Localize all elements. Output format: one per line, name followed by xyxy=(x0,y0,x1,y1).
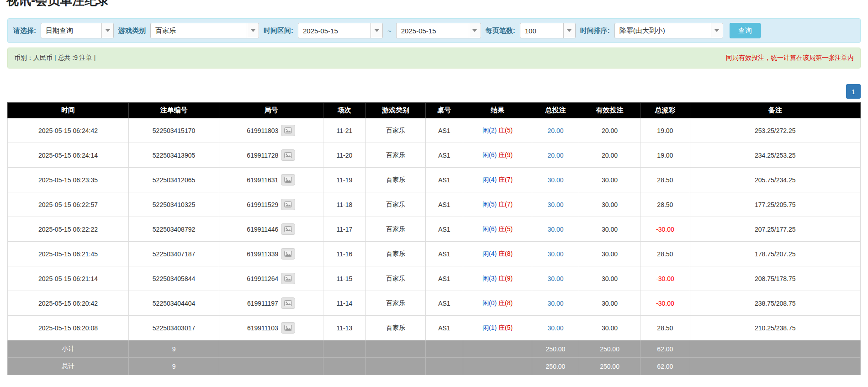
cell-remark: 253.25/272.25 xyxy=(690,118,860,143)
filter-bar: 请选择: 日期查询 游戏类别 百家乐 时间区间: 2025-05-15 ~ 20… xyxy=(7,18,861,43)
game-type-select[interactable]: 百家乐 xyxy=(150,23,259,38)
table-row: 2025-05-15 06:21:45 522503407187 6199113… xyxy=(8,242,861,266)
cell-time: 2025-05-15 06:20:42 xyxy=(8,291,129,316)
time-sort-select[interactable]: 降幂(由大到小) xyxy=(614,23,723,38)
total-bet-link[interactable]: 30.00 xyxy=(547,250,563,258)
cell-payout: 28.50 xyxy=(640,168,690,192)
cell-game: 百家乐 xyxy=(366,291,426,316)
cell-bet-id: 522503407187 xyxy=(129,242,219,266)
result-player: 闲(5) xyxy=(482,201,497,208)
column-header-game: 游戏类别 xyxy=(366,103,426,118)
cell-time: 2025-05-15 06:24:14 xyxy=(8,143,129,168)
cell-remark: 205.75/234.25 xyxy=(690,168,860,192)
cell-footer-remark xyxy=(690,340,860,358)
column-header-payout: 总派彩 xyxy=(640,103,690,118)
cell-valid-bet: 30.00 xyxy=(579,291,640,316)
cell-valid-bet: 30.00 xyxy=(579,168,640,192)
cell-session: 11-13 xyxy=(323,316,365,340)
total-bet-link[interactable]: 20.00 xyxy=(547,152,563,159)
round-replay-icon[interactable] xyxy=(281,297,295,309)
cell-result: 闲(3) 庄(9) xyxy=(463,266,532,291)
column-header-time: 时间 xyxy=(8,103,129,118)
cell-round: 619911631 xyxy=(219,168,323,192)
cell-footer-remark xyxy=(690,358,860,375)
date-from-select[interactable]: 2025-05-15 xyxy=(298,23,383,38)
table-row: 2025-05-15 06:20:42 522503404404 6199111… xyxy=(8,291,861,316)
total-bet-link[interactable]: 30.00 xyxy=(547,226,563,233)
table-row: 2025-05-15 06:20:08 522503403017 6199111… xyxy=(8,316,861,340)
page-size-select[interactable]: 100 xyxy=(520,23,576,38)
column-header-session: 场次 xyxy=(323,103,365,118)
query-type-select[interactable]: 日期查询 xyxy=(41,23,114,38)
total-bet-link[interactable]: 30.00 xyxy=(547,300,563,307)
table-row: 2025-05-15 06:22:57 522503410325 6199115… xyxy=(8,192,861,217)
cell-session: 11-21 xyxy=(323,118,365,143)
page-size-label: 每页笔数: xyxy=(486,27,515,35)
summary-table-row: 总计 9 250.00 250.00 62.00 xyxy=(8,358,861,375)
cell-payout: -30.00 xyxy=(640,266,690,291)
cell-footer-session xyxy=(323,340,365,358)
result-player: 闲(0) xyxy=(482,299,497,307)
result-banker: 庄(9) xyxy=(498,151,513,159)
result-player: 闲(6) xyxy=(482,151,497,159)
time-sort-label: 时间排序: xyxy=(580,27,610,35)
cell-footer-payout: 62.00 xyxy=(640,340,690,358)
cell-remark: 238.75/208.75 xyxy=(690,291,860,316)
cell-bet-id: 522503415170 xyxy=(129,118,219,143)
cell-time: 2025-05-15 06:22:57 xyxy=(8,192,129,217)
query-type-value: 日期查询 xyxy=(46,27,98,35)
cell-footer-count: 9 xyxy=(129,340,219,358)
cell-footer-game xyxy=(366,340,426,358)
round-number: 619911529 xyxy=(247,201,278,208)
cell-round: 619911103 xyxy=(219,316,323,340)
column-header-remark: 备注 xyxy=(690,103,860,118)
result-banker: 庄(7) xyxy=(498,176,513,183)
total-bet-link[interactable]: 30.00 xyxy=(547,201,563,208)
cell-valid-bet: 20.00 xyxy=(579,118,640,143)
cell-valid-bet: 30.00 xyxy=(579,316,640,340)
date-to-select[interactable]: 2025-05-15 xyxy=(396,23,481,38)
cell-game: 百家乐 xyxy=(366,316,426,340)
cell-game: 百家乐 xyxy=(366,217,426,242)
cell-remark: 234.25/253.25 xyxy=(690,143,860,168)
cell-payout: 28.50 xyxy=(640,242,690,266)
round-replay-icon[interactable] xyxy=(281,149,295,161)
cell-time: 2025-05-15 06:23:35 xyxy=(8,168,129,192)
total-bet-link[interactable]: 30.00 xyxy=(547,324,563,332)
search-button[interactable]: 查询 xyxy=(730,23,761,38)
round-replay-icon[interactable] xyxy=(281,248,295,260)
round-number: 619911631 xyxy=(247,176,278,184)
cell-table: AS1 xyxy=(425,291,463,316)
cell-result: 闲(6) 庄(5) xyxy=(463,217,532,242)
round-replay-icon[interactable] xyxy=(281,199,295,210)
time-range-label: 时间区间: xyxy=(264,27,293,35)
round-replay-icon[interactable] xyxy=(281,174,295,186)
cell-footer-total-bet: 250.00 xyxy=(532,358,579,375)
total-bet-link[interactable]: 20.00 xyxy=(547,127,563,134)
page-1-button[interactable]: 1 xyxy=(846,84,861,99)
round-replay-icon[interactable] xyxy=(281,223,295,235)
column-header-valid-bet: 有效投注 xyxy=(579,103,640,118)
cell-remark: 177.25/205.75 xyxy=(690,192,860,217)
query-type-label: 请选择: xyxy=(13,27,36,35)
cell-valid-bet: 30.00 xyxy=(579,192,640,217)
cell-bet-id: 522503404404 xyxy=(129,291,219,316)
column-header-round: 局号 xyxy=(219,103,323,118)
cell-table: AS1 xyxy=(425,192,463,217)
total-bet-link[interactable]: 30.00 xyxy=(547,275,563,282)
round-replay-icon[interactable] xyxy=(281,322,295,334)
cell-time: 2025-05-15 06:21:45 xyxy=(8,242,129,266)
round-replay-icon[interactable] xyxy=(281,125,295,136)
round-replay-icon[interactable] xyxy=(281,273,295,284)
page-size-value: 100 xyxy=(525,27,560,35)
table-row: 2025-05-15 06:24:14 522503413905 6199117… xyxy=(8,143,861,168)
table-header: 时间 注单编号 局号 场次 游戏类别 桌号 结果 总投注 有效投注 总派彩 备注 xyxy=(8,103,861,118)
total-bet-link[interactable]: 30.00 xyxy=(547,176,563,184)
cell-total-bet: 30.00 xyxy=(532,242,579,266)
column-header-total-bet: 总投注 xyxy=(532,103,579,118)
cell-game: 百家乐 xyxy=(366,168,426,192)
cell-payout: 19.00 xyxy=(640,118,690,143)
result-banker: 庄(5) xyxy=(498,127,513,134)
round-number: 619911446 xyxy=(247,226,278,233)
result-player: 闲(4) xyxy=(482,176,497,183)
